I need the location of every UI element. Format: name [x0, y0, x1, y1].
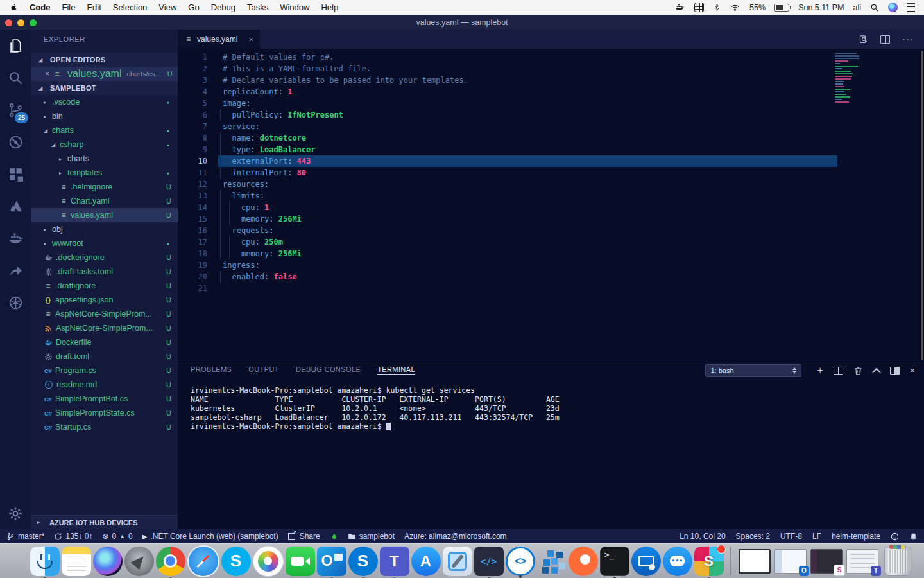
tree-item-bin[interactable]: ▸bin	[31, 109, 178, 123]
dock-photos-icon[interactable]	[253, 546, 284, 577]
panel-tab-debug-console[interactable]: DEBUG CONSOLE	[296, 365, 361, 374]
tab-close-icon[interactable]: ×	[248, 35, 253, 44]
tree-item-draft-toml[interactable]: draft.tomlU	[31, 349, 178, 363]
menu-code[interactable]: Code	[30, 3, 51, 12]
dock-skype-icon[interactable]	[221, 547, 251, 576]
folder-item[interactable]: samplebot	[348, 532, 395, 541]
dock-t4[interactable]: T	[846, 549, 878, 574]
panel-tab-terminal[interactable]: TERMINAL	[377, 365, 415, 375]
code-line-19[interactable]: 19ingress:	[178, 259, 924, 271]
code-line-16[interactable]: 16 requests:	[178, 225, 924, 236]
dock-launchpad-icon[interactable]	[124, 547, 154, 576]
menu-tasks[interactable]: Tasks	[247, 3, 268, 12]
dock-skypeclassic-icon[interactable]	[348, 547, 378, 576]
cursor-position-item[interactable]: Ln 10, Col 20	[680, 532, 725, 541]
activity-kubernetes-icon[interactable]	[0, 286, 31, 319]
close-window-button[interactable]	[5, 19, 12, 26]
panel-layout-icon[interactable]	[890, 367, 900, 375]
code-line-21[interactable]: 21	[178, 283, 924, 294]
code-line-18[interactable]: 18 memory: 256Mi	[178, 248, 924, 259]
dock-messages-icon[interactable]	[663, 547, 692, 576]
battery-icon[interactable]	[774, 4, 789, 12]
encoding-item[interactable]: UTF-8	[780, 532, 802, 541]
tree-item-program-cs[interactable]: C#Program.csU	[31, 363, 178, 378]
tree-item-readme-md[interactable]: ireadme.mdU	[31, 378, 178, 392]
dock-facetime-icon[interactable]	[286, 547, 315, 576]
activity-search-icon[interactable]	[0, 62, 31, 94]
dock-xcode-icon[interactable]	[443, 547, 472, 576]
tree-item-aspnetcore-simpleprom[interactable]: ≡AspNetCore-SimpleProm...U	[31, 307, 178, 321]
menu-go[interactable]: Go	[188, 3, 199, 12]
code-line-13[interactable]: 13 limits:	[178, 190, 924, 202]
kill-terminal-icon[interactable]	[853, 366, 863, 376]
dock-azureiot-icon[interactable]	[506, 547, 535, 576]
code-line-3[interactable]: 3# Declare variables to be passed into y…	[178, 74, 924, 86]
code-line-1[interactable]: 1# Default values for c#.	[178, 51, 924, 63]
tree-item-csharp[interactable]: ◢csharp●	[31, 137, 178, 152]
code-line-20[interactable]: 20 enabled: false	[178, 271, 924, 283]
tree-item-dockerignore[interactable]: .dockerignoreU	[31, 250, 178, 265]
live-share-item[interactable]: Share	[288, 532, 320, 541]
spotlight-icon[interactable]	[870, 3, 879, 12]
dock-vscode-icon[interactable]	[474, 547, 504, 576]
code-line-2[interactable]: 2# This is a YAML-formatted file.	[178, 63, 924, 74]
code-line-9[interactable]: 9 type: LoadBalancer	[178, 144, 924, 155]
minimap[interactable]	[835, 53, 862, 107]
code-line-14[interactable]: 14 cpu: 1	[178, 202, 924, 213]
dock-t3[interactable]: S	[810, 549, 843, 574]
shell-select[interactable]: 1: bash	[705, 364, 801, 377]
grid-icon[interactable]	[694, 3, 704, 12]
dock-teams-icon[interactable]	[380, 547, 409, 576]
tree-item-aspnetcore-simpleprom[interactable]: AspNetCore-SimpleProm...U	[31, 321, 178, 335]
menu-help[interactable]: Help	[321, 3, 338, 12]
project-section-header[interactable]: ◢ SAMPLEBOT	[31, 81, 178, 95]
dock-trash[interactable]	[884, 547, 911, 576]
dock-slack-icon[interactable]	[694, 547, 724, 576]
launch-item[interactable]: ▶ .NET Core Launch (web) (samplebot)	[142, 532, 278, 541]
tree-item-vscode[interactable]: ▸.vscode●	[31, 95, 178, 109]
git-branch-item[interactable]: master*	[6, 532, 44, 541]
tree-item-draft-tasks-toml[interactable]: .draft-tasks.tomlU	[31, 265, 178, 279]
close-panel-icon[interactable]: ×	[910, 365, 915, 376]
activity-azure-icon[interactable]	[0, 190, 31, 222]
menu-window[interactable]: Window	[280, 3, 309, 12]
tree-item-dockerfile[interactable]: DockerfileU	[31, 335, 178, 349]
menu-debug[interactable]: Debug	[211, 3, 235, 12]
tree-item-wwwroot[interactable]: ▸wwwroot●	[31, 236, 178, 250]
dock-siri-icon[interactable]	[93, 547, 123, 576]
open-editor-values-yaml[interactable]: × ≡ values.yaml charts/cs... U	[31, 67, 178, 81]
dock-blocks-icon[interactable]	[537, 547, 567, 576]
dock-safari-icon[interactable]	[187, 545, 219, 577]
tab-values-yaml[interactable]: ≡ values.yaml ×	[178, 30, 260, 49]
more-actions-icon[interactable]: ···	[902, 36, 914, 42]
tree-item-values-yaml[interactable]: ≡values.yamlU	[31, 208, 178, 222]
tree-item-obj[interactable]: ▸obj	[31, 222, 178, 236]
tree-item-charts[interactable]: ◢charts●	[31, 123, 178, 137]
tree-item-simplepromptstate-cs[interactable]: C#SimplePromptState.csU	[31, 406, 178, 420]
tree-item-appsettings-json[interactable]: {}appsettings.jsonU	[31, 293, 178, 307]
open-editors-header[interactable]: ◢ OPEN EDITORS	[31, 53, 178, 67]
dock-notes-icon[interactable]	[62, 547, 91, 576]
apple-menu-icon[interactable]	[9, 3, 18, 13]
panel-tab-output[interactable]: OUTPUT	[248, 365, 279, 374]
tree-item-templates[interactable]: ▸templates●	[31, 166, 178, 180]
tree-item-startup-cs[interactable]: C#Startup.csU	[31, 420, 178, 434]
indentation-item[interactable]: Spaces: 2	[736, 532, 770, 541]
dock-t1[interactable]	[739, 549, 771, 574]
terminal-output[interactable]: irvinemtcs-MacBook-Pro:samplebot amazahe…	[191, 386, 924, 431]
tree-item-helmignore[interactable]: ≡.helmignoreU	[31, 180, 178, 194]
settings-gear-icon[interactable]	[0, 506, 31, 521]
dock-terminal-icon[interactable]	[600, 547, 629, 576]
activity-extensions-icon[interactable]	[0, 158, 31, 190]
code-line-4[interactable]: 4replicaCount: 1	[178, 86, 924, 98]
minimize-window-button[interactable]	[17, 19, 24, 26]
code-line-17[interactable]: 17 cpu: 250m	[178, 236, 924, 248]
close-icon[interactable]: ×	[45, 69, 49, 78]
siri-icon[interactable]	[888, 3, 898, 12]
code-line-12[interactable]: 12resources:	[178, 179, 924, 190]
flame-icon[interactable]	[330, 532, 338, 541]
tree-item-simplepromptbot-cs[interactable]: C#SimplePromptBot.csU	[31, 392, 178, 406]
menu-edit[interactable]: Edit	[87, 3, 101, 12]
menu-file[interactable]: File	[62, 3, 76, 12]
azure-iot-hub-devices-section[interactable]: ▸ AZURE IOT HUB DEVICES	[31, 515, 178, 529]
